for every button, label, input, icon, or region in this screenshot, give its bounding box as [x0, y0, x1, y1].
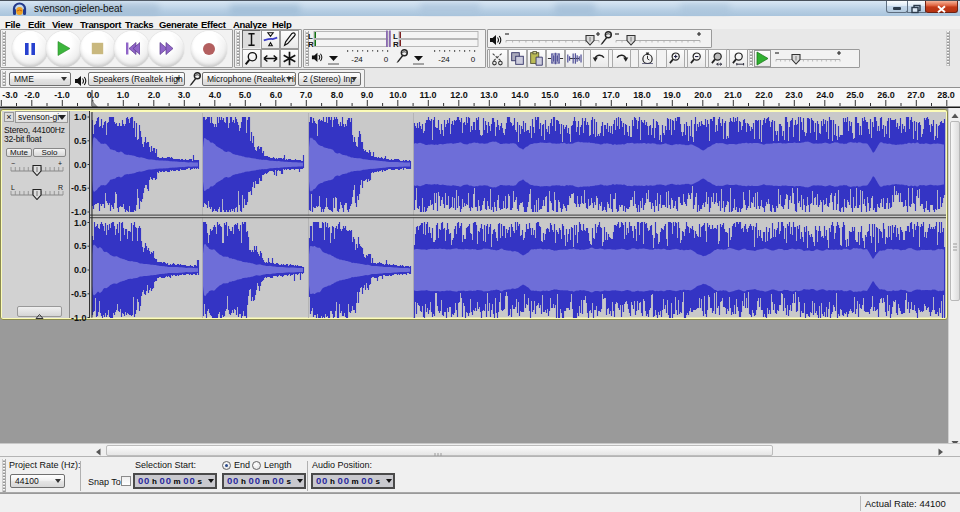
svg-text:0.5: 0.5: [74, 136, 87, 146]
svg-text:R: R: [58, 185, 63, 191]
svg-text:-0.5: -0.5: [71, 183, 87, 193]
svg-text:-1.0: -1.0: [71, 313, 87, 323]
svg-text:−: −: [11, 161, 15, 167]
svg-text:-0.5: -0.5: [71, 289, 87, 299]
svg-text:0.0: 0.0: [74, 160, 87, 170]
svg-text:-1.0: -1.0: [71, 207, 87, 217]
svg-text:0.5: 0.5: [74, 241, 87, 251]
svg-text:+: +: [58, 161, 62, 167]
svg-text:1.0: 1.0: [74, 218, 87, 228]
svg-text:1.0: 1.0: [74, 112, 87, 122]
svg-text:L: L: [11, 185, 15, 191]
svg-text:0.0: 0.0: [74, 265, 87, 275]
